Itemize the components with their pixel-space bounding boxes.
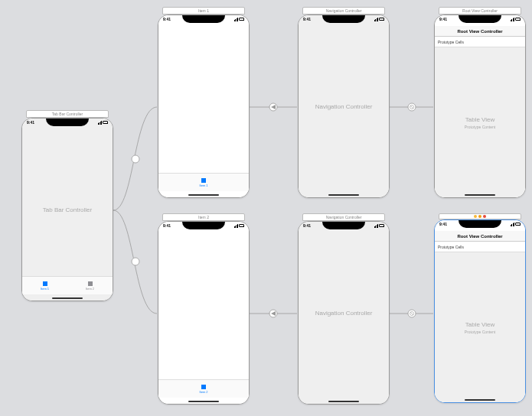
tab-label: Item 1 — [41, 287, 49, 291]
svg-line-13 — [410, 312, 413, 315]
scene-title[interactable]: Tab Bar Controller — [26, 110, 109, 118]
table-placeholder: Table View Prototype Content — [465, 321, 495, 334]
svg-point-5 — [269, 310, 277, 317]
prototype-cell[interactable]: Prototype Cells — [435, 37, 525, 47]
navigation-bar[interactable]: Root View Controller — [435, 231, 525, 242]
status-time: 9:41 — [303, 17, 311, 21]
scene-item-2[interactable]: Item 2 9:41 Item 2 — [158, 213, 250, 405]
battery-icon — [379, 224, 384, 227]
scene-item-1[interactable]: Item 1 9:41 Item 1 — [158, 7, 250, 198]
svg-point-1 — [132, 258, 139, 265]
table-view-body[interactable]: Table View Prototype Content — [435, 252, 525, 402]
scene-navigation-controller-2[interactable]: Navigation Controller 9:41 Navigation Co… — [298, 213, 390, 405]
notch — [459, 220, 501, 228]
scene-title[interactable]: Navigation Controller — [302, 7, 385, 15]
status-time: 9:41 — [163, 17, 171, 21]
notch — [322, 15, 365, 23]
status-time: 9:41 — [27, 120, 34, 125]
scene-title[interactable]: Item 1 — [162, 7, 245, 15]
home-indicator — [465, 399, 495, 401]
signal-icon — [511, 18, 515, 21]
scene-root-view-controller-1[interactable]: Root View Controller 9:41 Root View Cont… — [434, 7, 526, 198]
tab-label: Item 1 — [199, 184, 207, 187]
tab-label: Item 2 — [86, 287, 94, 291]
home-indicator — [188, 194, 219, 196]
phone-frame[interactable]: 9:41 Tab Bar Controller Item 1 Item 2 — [21, 118, 113, 301]
exit-icon — [483, 215, 486, 218]
tab-bar[interactable]: Item 2 — [158, 379, 249, 398]
scene-tabbar-controller[interactable]: Tab Bar Controller 9:41 Tab Bar Controll… — [21, 110, 113, 301]
tab-item-2[interactable]: Item 2 — [67, 277, 113, 294]
status-time: 9:41 — [303, 223, 311, 228]
phone-frame[interactable]: 9:41 Item 2 — [158, 221, 250, 405]
svg-point-11 — [408, 310, 416, 317]
notch — [459, 15, 501, 23]
notch — [322, 222, 365, 229]
scene-root-view-controller-2[interactable]: 9:41 Root View Controller Prototype Cell… — [434, 213, 526, 403]
battery-icon — [515, 223, 521, 226]
scene-title[interactable]: Navigation Controller — [302, 213, 385, 221]
svg-point-3 — [269, 103, 277, 111]
svg-line-9 — [410, 106, 413, 109]
signal-icon — [234, 224, 239, 228]
phone-frame[interactable]: 9:41 Root View Controller Prototype Cell… — [434, 15, 526, 198]
notch — [182, 222, 225, 229]
square-icon — [201, 178, 206, 183]
controller-placeholder: Tab Bar Controller — [43, 206, 92, 213]
controller-placeholder: Navigation Controller — [315, 310, 373, 317]
signal-icon — [374, 224, 379, 228]
svg-point-8 — [410, 106, 414, 109]
prototype-label: Prototype Cells — [438, 40, 464, 44]
battery-icon — [515, 18, 521, 21]
notch — [182, 15, 225, 23]
controller-placeholder: Navigation Controller — [315, 103, 373, 110]
signal-icon — [98, 121, 103, 125]
first-responder-icon — [478, 215, 481, 218]
home-indicator — [465, 194, 495, 196]
phone-frame[interactable]: 9:41 Navigation Controller — [298, 15, 390, 198]
status-time: 9:41 — [439, 222, 447, 226]
signal-icon — [234, 18, 239, 21]
square-icon — [201, 385, 206, 389]
battery-icon — [379, 18, 384, 21]
svg-point-12 — [410, 312, 414, 316]
prototype-label: Prototype Cells — [438, 245, 464, 249]
scene-navigation-controller-1[interactable]: Navigation Controller 9:41 Navigation Co… — [298, 7, 390, 198]
home-indicator — [188, 401, 219, 402]
status-time: 9:41 — [439, 17, 447, 21]
table-view-body[interactable]: Table View Prototype Content — [435, 47, 525, 197]
signal-icon — [374, 18, 379, 21]
phone-frame[interactable]: 9:41 Root View Controller Prototype Cell… — [434, 219, 526, 403]
home-indicator — [52, 297, 83, 299]
scene-title[interactable]: Root View Controller — [439, 7, 521, 15]
home-indicator — [328, 194, 359, 196]
prototype-cell[interactable]: Prototype Cells — [435, 242, 525, 252]
table-placeholder: Table View Prototype Content — [465, 116, 495, 129]
scene-title[interactable] — [439, 213, 521, 219]
status-time: 9:41 — [163, 223, 171, 228]
phone-frame[interactable]: 9:41 Navigation Controller — [298, 221, 390, 405]
battery-icon — [103, 121, 108, 124]
tab-item-1[interactable]: Item 1 — [22, 277, 67, 294]
home-indicator — [328, 401, 359, 402]
tab-bar[interactable]: Item 1 — [158, 173, 249, 191]
nav-title: Root View Controller — [457, 29, 502, 34]
phone-frame[interactable]: 9:41 Item 1 — [158, 15, 250, 198]
nav-title: Root View Controller — [457, 234, 502, 239]
battery-icon — [239, 18, 244, 21]
battery-icon — [239, 224, 244, 227]
signal-icon — [511, 223, 515, 226]
tab-label: Item 2 — [199, 390, 207, 394]
square-icon — [43, 281, 47, 286]
navigation-bar[interactable]: Root View Controller — [435, 26, 525, 37]
notch — [46, 119, 89, 126]
square-icon — [88, 281, 93, 286]
svg-point-7 — [408, 103, 416, 111]
tab-bar[interactable]: Item 1 Item 2 — [22, 276, 113, 294]
svg-point-0 — [132, 155, 139, 163]
vc-icon — [474, 215, 477, 218]
scene-title[interactable]: Item 2 — [162, 213, 245, 221]
